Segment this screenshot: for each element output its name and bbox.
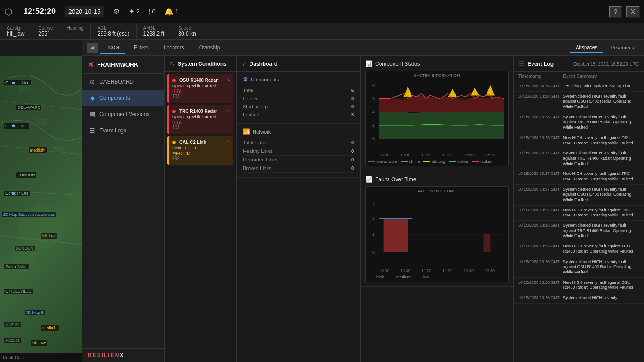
help-button[interactable]: ? (609, 6, 622, 18)
topbar: ⬡ 12:52:20 2020-10-15 ⚙ ✦ 2 ! 0 🔔 1 ? X (0, 0, 644, 23)
col-summary: Event Summary (563, 74, 640, 79)
total-links-label: Total Links (243, 140, 266, 145)
faults-title: Faults Over Time (375, 176, 416, 183)
event-row[interactable]: 10/15/2020 13:28 GMT System cleared HIGH… (514, 92, 644, 112)
resources-tab[interactable]: Resources (605, 43, 640, 52)
event-log-icon: ☰ (519, 60, 525, 67)
heading-label: Heading (67, 26, 84, 31)
alert-card-cal[interactable]: CAL C2 Link Power Failure MEDIUM 999 ↻ (167, 136, 233, 165)
event-row[interactable]: 10/15/2020 13:26 GMT System cleared HIGH… (514, 257, 644, 278)
event-log-title: Event Log (528, 61, 554, 67)
network-section: 📶 Network Total Links 0 Healthy Links 0 … (237, 124, 360, 178)
settings-button[interactable]: ⚙ (113, 7, 120, 16)
total-links-value: 0 (351, 140, 354, 145)
network-icon: 📶 (243, 128, 250, 135)
svg-text:8: 8 (372, 83, 375, 88)
event-timestamp: 10/15/2020 13:27 GMT (518, 208, 563, 218)
starting-label: Starting Up (243, 104, 268, 109)
event-summary: System cleared HIGH severity (563, 295, 640, 301)
event-row[interactable]: 10/15/2020 13:26 GMT New HIGH severity f… (514, 241, 644, 257)
event-row[interactable]: 10/15/2020 13:27 GMT New HIGH severity f… (514, 206, 644, 221)
alert-refresh-1[interactable]: ↻ (227, 77, 231, 83)
sidebar-nav: ⊕ DASHBOARD ◈ Components ▦ Component Ver… (82, 74, 164, 348)
map-label: hill_law (41, 233, 57, 239)
map-panel[interactable]: Corridor StartDELAWARECorridor Midmedlig… (0, 56, 82, 362)
alert-code-2: 101 (172, 125, 230, 130)
airspaces-tab[interactable]: Airspaces (570, 43, 603, 53)
svg-text:1: 1 (372, 232, 375, 237)
event-row[interactable]: 10/15/2020 13:26 GMT System cleared HIGH… (514, 221, 644, 241)
starting-value: 0 (351, 104, 354, 109)
event-row[interactable]: 10/15/2020 13:28 GMT System cleared HIGH… (514, 112, 644, 133)
event-rows-container: 10/15/2020 14:24 GMT TRC Pingstation upd… (514, 81, 644, 304)
event-timestamp: 10/15/2020 13:27 GMT (518, 151, 563, 166)
dashboard-header: ⌂ Dashboard (237, 56, 360, 72)
svg-rect-36 (483, 234, 490, 252)
agl-cell: AGL 299.8 ft (est.) (91, 23, 137, 39)
sidebar-label-dashboard: DASHBOARD (99, 79, 134, 85)
faults-legend: high medium low (368, 275, 506, 279)
sidebar-logo-icon: ✕ (88, 60, 94, 69)
event-timestamp: 10/15/2020 13:28 GMT (518, 94, 563, 110)
dashboard-title: Dashboard (249, 61, 277, 67)
event-row[interactable]: 10/15/2020 13:27 GMT System cleared HIGH… (514, 148, 644, 169)
chart-legend: unavailable offline starting online faul… (368, 159, 506, 164)
stat-healthy-links: Healthy Links 0 (243, 147, 354, 156)
tab-tools[interactable]: Tools (100, 41, 125, 54)
tab-filters[interactable]: Filters (128, 42, 155, 54)
event-summary: New HIGH severity fault against OSU R140… (563, 280, 640, 290)
event-timestamp: 10/15/2020 14:24 GMT (518, 84, 563, 89)
event-summary: System cleared HIGH severity fault again… (563, 115, 640, 130)
map-label: medlight (29, 147, 47, 153)
event-row[interactable]: 10/15/2020 13:27 GMT System cleared HIGH… (514, 185, 644, 206)
event-row[interactable]: 10/15/2020 13:27 GMT New HIGH severity f… (514, 169, 644, 184)
event-summary: System cleared HIGH severity fault again… (563, 187, 640, 203)
tab-locators[interactable]: Locators (157, 42, 191, 54)
event-row[interactable]: 10/15/2020 13:26 GMT System cleared HIGH… (514, 293, 644, 304)
alert-count-button[interactable]: 🔔 1 (165, 7, 179, 16)
dashboard-nav-icon: ⊕ (89, 78, 96, 85)
sidebar-item-component-versions[interactable]: ▦ Component Versions (82, 106, 164, 122)
sidebar-item-components[interactable]: ◈ Components (82, 90, 164, 106)
sidebar-item-event-logs[interactable]: ☰ Event Logs (82, 122, 164, 139)
event-row[interactable]: 10/15/2020 14:24 GMT TRC Pingstation upd… (514, 81, 644, 92)
event-row[interactable]: 10/15/2020 13:28 GMT New HIGH severity f… (514, 133, 644, 148)
event-timestamp: 10/15/2020 13:26 GMT (518, 244, 563, 254)
course-label: Course (38, 26, 53, 31)
brand-text: RESILIENX (88, 352, 124, 358)
close-button[interactable]: X (626, 6, 640, 18)
alert-card-trc[interactable]: TRC R1400 Radar Operating While Faulted … (167, 105, 233, 134)
event-timestamp: 10/15/2020 13:26 GMT (518, 295, 563, 301)
system-info-svg: 8 6 4 2 0 (368, 80, 506, 152)
alert-card-osu[interactable]: OSU R1400 Radar Operating While Faulted … (167, 74, 233, 103)
tab-ownship[interactable]: Ownship (193, 42, 227, 54)
warning-count-button[interactable]: ! 0 (148, 8, 156, 16)
logo-icon: ⬡ (4, 6, 12, 17)
event-row[interactable]: 10/15/2020 13:26 GMT New HIGH severity f… (514, 278, 644, 293)
system-info-label: SYSTEM INFORMATION (368, 73, 506, 78)
back-button[interactable]: ◀ (87, 43, 98, 53)
alert-name-3: CAL C2 Link (179, 140, 206, 145)
system-conditions-panel: ⚠ System Conditions OSU R1400 Radar Oper… (165, 56, 237, 362)
event-summary: New HIGH severity fault against OSU R140… (563, 208, 640, 218)
faults-svg: 3 2 1 0 (368, 195, 506, 267)
amsl-value: 1238.2 ft (143, 31, 165, 37)
alert-status-1: Operating While Faulted (172, 84, 230, 88)
online-label: Online (243, 96, 257, 101)
event-timestamp: 10/15/2020 13:26 GMT (518, 223, 563, 239)
system-conditions-title: System Conditions (178, 61, 227, 67)
components-nav-icon: ◈ (89, 94, 96, 102)
faults-header: 📈 Faults Over Time (365, 176, 509, 183)
drone-count-button[interactable]: ✦ 2 (129, 7, 139, 16)
faults-chart-icon: 📈 (365, 176, 372, 183)
sidebar-item-dashboard[interactable]: ⊕ DASHBOARD (82, 74, 164, 90)
alert-severity-3: MEDIUM (172, 151, 230, 156)
drone-count: 2 (136, 8, 139, 15)
sidebar-title: FRAIHMWORK (97, 61, 139, 68)
alert-severity-1: HIGH (172, 89, 230, 94)
event-log-panel: ☰ Event Log October 15, 2020, 16:52:20 U… (514, 56, 644, 362)
components-icon: ⚙ (243, 76, 248, 83)
faulted-label: Faulted (243, 112, 259, 117)
alert-refresh-2[interactable]: ↻ (227, 108, 231, 114)
alert-refresh-3[interactable]: ↻ (227, 139, 231, 145)
